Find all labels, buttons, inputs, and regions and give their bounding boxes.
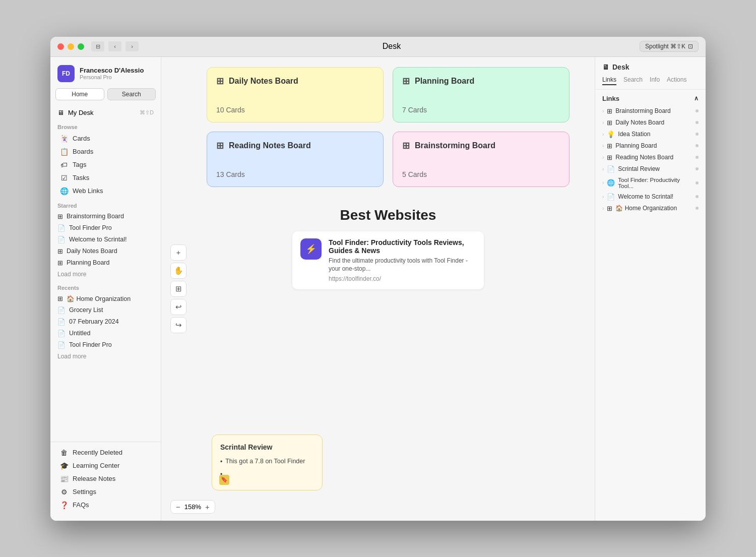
my-desk-item[interactable]: 🖥 My Desk ⌘⇧D [50,106,161,119]
sidebar-item-cards[interactable]: 🃏 Cards [52,132,159,145]
home-button[interactable]: Home [55,88,104,100]
starred-brainstorming-icon: ⊞ [57,213,63,220]
link-item-toolfinder[interactable]: › 🌐 Tool Finder: Productivity Tool... [595,175,706,191]
chevron-reading: › [602,155,604,160]
zoom-out-button[interactable]: − [176,503,180,511]
boards-label: Boards [73,148,93,155]
link-reading-label: Reading Notes Board [615,154,673,161]
load-more-starred[interactable]: Load more [50,269,161,280]
grid-tool-button[interactable]: ⊞ [170,281,186,297]
link-item-welcome[interactable]: › 📄 Welcome to Scrintal! [595,191,706,203]
review-card-bullet-1-text: This got a 7.8 on Tool Finder [225,456,305,466]
starred-welcome[interactable]: 📄 Welcome to Scrintal! [50,234,161,245]
chevron-planning: › [602,143,604,149]
load-more-recents[interactable]: Load more [50,351,161,362]
deleted-icon: 🗑 [59,449,69,457]
nav-back-icon[interactable]: ‹ [108,41,121,51]
review-card-bookmark-icon: 🔖 [219,475,229,485]
sidebar-item-weblinks[interactable]: 🌐 Web Links [52,184,159,198]
sidebar-item-learning[interactable]: 🎓 Learning Center [52,459,159,472]
board-reading-icon: ⊞ [216,140,224,151]
redo-button[interactable]: ↪ [170,317,186,333]
recent-feb[interactable]: 📄 07 February 2024 [50,316,161,328]
zoom-in-button[interactable]: + [205,503,210,511]
recents-label: Recents [50,280,161,293]
settings-icon: ⚙ [59,488,69,496]
chevron-ideastation: › [602,132,604,137]
search-button[interactable]: Search [107,88,156,100]
maximize-button[interactable] [78,43,84,50]
board-card-planning[interactable]: ⊞ Planning Board 7 Cards [393,67,570,122]
link-item-brainstorming[interactable]: › ⊞ Brainstorming Board [595,105,706,117]
recent-toolfinder-icon: 📄 [57,341,66,349]
canvas-area[interactable]: + ✋ ⊞ ↩ ↪ ⊞ Daily Notes Board 10 Cards [161,57,595,521]
tab-search[interactable]: Search [623,76,643,85]
weblinks-label: Web Links [73,187,103,195]
recent-grocery[interactable]: 📄 Grocery List [50,304,161,316]
recent-home-org[interactable]: ⊞ 🏠 Home Organization [50,293,161,304]
board-card-brainstorming-header: ⊞ Brainstorming Board [402,140,560,151]
content-area: FD Francesco D'Alessio Personal Pro Home… [50,57,706,521]
tab-info[interactable]: Info [650,76,660,85]
link-item-scrintal[interactable]: › 📄 Scrintal Review [595,163,706,175]
starred-brainstorming[interactable]: ⊞ Brainstorming Board [50,211,161,222]
minimize-button[interactable] [68,43,74,50]
board-card-reading[interactable]: ⊞ Reading Notes Board 13 Cards [207,132,384,187]
close-button[interactable] [57,43,64,50]
link-item-planning[interactable]: › ⊞ Planning Board [595,140,706,152]
link-reading-icon: ⊞ [607,154,612,161]
link-item-reading[interactable]: › ⊞ Reading Notes Board [595,152,706,163]
link-brainstorming-dot [696,109,699,112]
link-welcome-dot [696,195,699,198]
undo-button[interactable]: ↩ [170,299,186,315]
boards-icon: 📋 [59,148,69,156]
starred-planning[interactable]: ⊞ Planning Board [50,257,161,269]
recent-toolfinder[interactable]: 📄 Tool Finder Pro [50,339,161,351]
tab-actions[interactable]: Actions [667,76,686,85]
link-item-dailynotes[interactable]: › ⊞ Daily Notes Board [595,117,706,129]
link-item-ideastation[interactable]: › 💡 Idea Station [595,129,706,140]
link-welcome-label: Welcome to Scrintal! [618,193,673,200]
spotlight-button[interactable]: Spotlight ⌘⇧K ⊡ [640,41,699,52]
sidebar-item-settings[interactable]: ⚙ Settings [52,485,159,499]
link-scrintal-icon: 📄 [607,165,615,173]
bullet-dot-1: • [220,457,222,467]
website-card[interactable]: ⚡ Tool Finder: Productivity Tools Review… [292,231,484,290]
board-brainstorming-count: 5 Cards [402,170,560,178]
link-toolfinder-icon: 🌐 [607,179,615,187]
main-area: + ✋ ⊞ ↩ ↪ ⊞ Daily Notes Board 10 Cards [161,57,595,521]
starred-dailynotes[interactable]: ⊞ Daily Notes Board [50,245,161,257]
sidebar-item-deleted[interactable]: 🗑 Recently Deleted [52,446,159,459]
link-item-homeorg[interactable]: › ⊞ 🏠 Home Organization [595,203,706,214]
add-button[interactable]: + [170,244,186,261]
tags-label: Tags [73,161,86,168]
starred-dailynotes-icon: ⊞ [57,247,63,255]
sidebar-item-boards[interactable]: 📋 Boards [52,145,159,158]
board-card-daily[interactable]: ⊞ Daily Notes Board 10 Cards [207,67,384,122]
my-desk-shortcut: ⌘⇧D [140,109,154,116]
sidebar-item-faqs[interactable]: ❓ FAQs [52,499,159,512]
board-brainstorming-icon: ⊞ [402,140,410,151]
app-window: ⊟ ‹ › Desk Spotlight ⌘⇧K ⊡ FD Francesco … [50,37,706,521]
starred-toolfinder[interactable]: 📄 Tool Finder Pro [50,222,161,234]
board-card-reading-header: ⊞ Reading Notes Board [216,140,374,151]
website-url[interactable]: https://toolfinder.co/ [329,275,476,282]
link-dailynotes-icon: ⊞ [607,119,612,127]
recent-untitled[interactable]: 📄 Untitled [50,328,161,339]
tab-links[interactable]: Links [602,76,616,85]
sidebar-item-tags[interactable]: 🏷 Tags [52,158,159,171]
board-card-brainstorming[interactable]: ⊞ Brainstorming Board 5 Cards [393,132,570,187]
my-desk-label: My Desk [68,109,94,116]
user-info: FD Francesco D'Alessio Personal Pro [50,62,161,88]
link-brainstorming-label: Brainstorming Board [615,107,670,114]
sidebar-item-tasks[interactable]: ☑ Tasks [52,171,159,184]
sidebar-item-release[interactable]: 📰 Release Notes [52,472,159,485]
sidebar-toggle-icon[interactable]: ⊟ [91,41,104,51]
review-card-body: • This got a 7.8 on Tool Finder • [220,456,314,479]
starred-welcome-icon: 📄 [57,236,66,243]
review-card[interactable]: Scrintal Review • This got a 7.8 on Tool… [212,435,323,490]
board-daily-icon: ⊞ [216,76,224,87]
hand-tool-button[interactable]: ✋ [170,263,186,279]
collapse-icon[interactable]: ∧ [694,95,699,102]
nav-forward-icon[interactable]: › [125,41,139,51]
